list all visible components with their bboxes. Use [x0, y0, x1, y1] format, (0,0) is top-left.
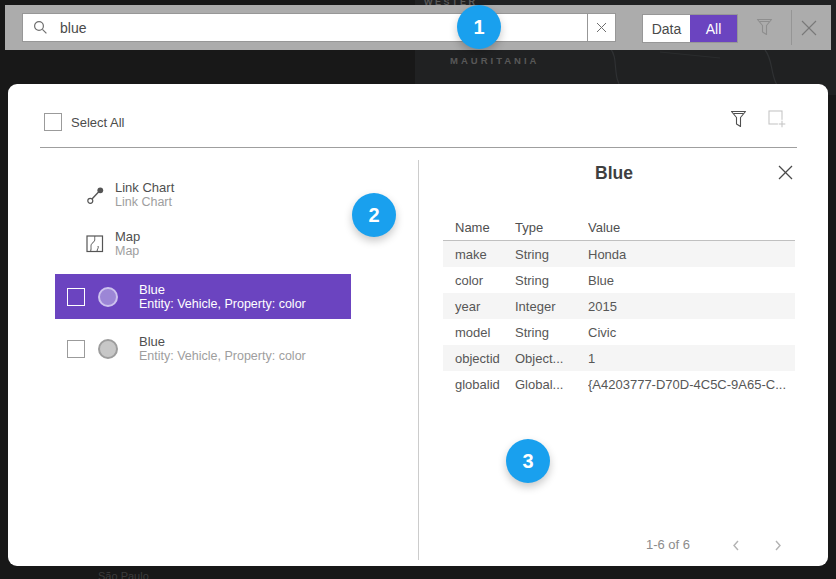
scope-toggle: Data All [642, 14, 738, 43]
col-type: Type [515, 220, 588, 235]
result-item-blue-selected[interactable]: Blue Entity: Vehicle, Property: color [55, 274, 351, 319]
result-title: Blue [139, 282, 306, 297]
entity-circle-icon [98, 287, 118, 307]
result-subtitle: Entity: Vehicle, Property: color [139, 297, 306, 312]
chevron-left-icon[interactable] [731, 539, 741, 552]
result-list: Link Chart Link Chart Map Map [55, 176, 351, 378]
col-name: Name [443, 220, 515, 235]
scope-data-button[interactable]: Data [643, 15, 690, 42]
callout-3: 3 [506, 439, 550, 483]
map-label-mauritania: MAURITANIA [450, 55, 539, 66]
detail-title: Blue [418, 163, 810, 184]
table-row: color String Blue [443, 267, 795, 293]
result-subtitle: Map [115, 244, 140, 259]
filter-icon[interactable] [755, 17, 774, 38]
pagination-label: 1-6 of 6 [618, 537, 718, 552]
result-title: Blue [139, 334, 306, 349]
callout-2: 2 [352, 193, 396, 237]
link-chart-icon [86, 186, 105, 205]
search-toolbar: Data All [5, 5, 831, 50]
toolbar-divider [791, 10, 792, 45]
table-header: Name Type Value [443, 214, 795, 241]
result-title: Link Chart [115, 180, 174, 195]
entity-circle-icon [98, 339, 118, 359]
table-row: globalid Global... {A4203777-D70D-4C5C-9… [443, 371, 795, 397]
table-row: model String Civic [443, 319, 795, 345]
result-item-blue[interactable]: Blue Entity: Vehicle, Property: color [55, 326, 351, 371]
app-screenshot: WESTER MAURITANIA São Paulo Data All [0, 0, 836, 579]
result-checkbox[interactable] [67, 340, 85, 358]
result-item-map[interactable]: Map Map [55, 225, 351, 263]
result-item-link-chart[interactable]: Link Chart Link Chart [55, 176, 351, 214]
detail-close-icon[interactable] [777, 164, 794, 181]
search-box[interactable] [22, 13, 588, 42]
col-value: Value [588, 220, 795, 235]
scope-all-button[interactable]: All [690, 15, 737, 42]
attribute-table: Name Type Value make String Honda color … [443, 214, 795, 397]
chevron-right-icon[interactable] [773, 539, 783, 552]
detail-panel: Blue Name Type Value make String Honda c… [418, 84, 818, 566]
search-icon [33, 20, 48, 35]
result-subtitle: Entity: Vehicle, Property: color [139, 349, 306, 364]
table-row: objectid Object... 1 [443, 345, 795, 371]
map-icon [86, 235, 104, 253]
callout-1: 1 [457, 5, 501, 49]
result-title: Map [115, 229, 140, 244]
result-checkbox[interactable] [67, 288, 85, 306]
select-all-checkbox[interactable] [44, 113, 62, 131]
close-icon[interactable] [797, 16, 821, 40]
search-results-dialog: Select All [8, 84, 828, 566]
search-input[interactable] [58, 19, 587, 37]
select-all-label: Select All [71, 115, 124, 130]
result-subtitle: Link Chart [115, 195, 174, 210]
map-label-sao-paulo: São Paulo [98, 570, 149, 579]
clear-search-button[interactable] [587, 13, 616, 42]
table-row: make String Honda [443, 241, 795, 267]
clear-icon [596, 22, 607, 33]
table-row: year Integer 2015 [443, 293, 795, 319]
